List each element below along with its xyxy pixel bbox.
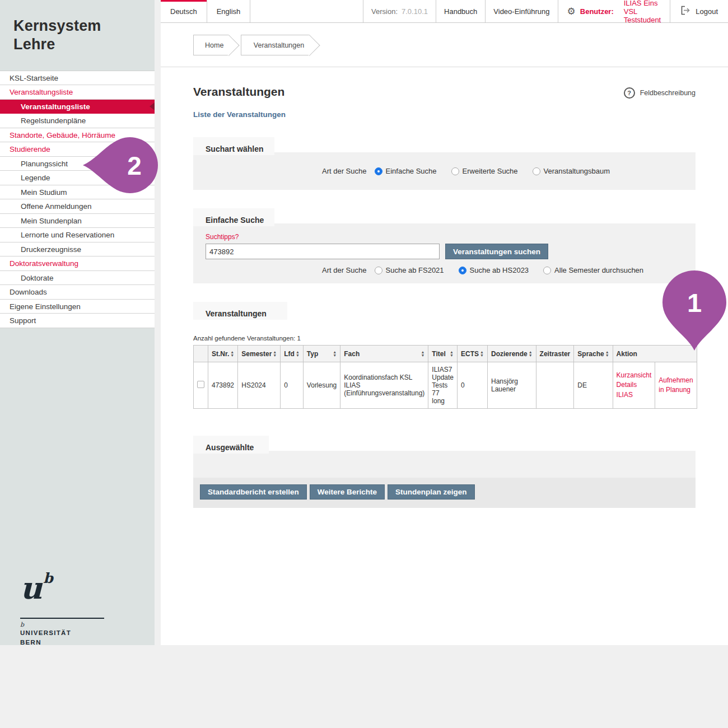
logo-small-b: b <box>20 621 104 628</box>
sort-icon[interactable]: ▲▼ <box>480 351 484 357</box>
sidebar: Kernsystem Lehre KSL-Startseite Veransta… <box>0 0 155 645</box>
callout-number-1: 1 <box>687 288 702 318</box>
logo-b-glyph: b <box>43 570 53 586</box>
benutzer-label: Benutzer: <box>580 7 614 16</box>
sort-icon[interactable]: ▲▼ <box>450 351 454 357</box>
section-veranstaltungen: Veranstaltungen Anzahl gefundene Veranst… <box>193 302 696 409</box>
handbuch-link[interactable]: Handbuch <box>436 0 486 22</box>
search-type-label: Art der Suche <box>322 167 367 175</box>
section-title-ausgewaehlte: Ausgewählte <box>193 436 269 454</box>
sidebar-item-doktoratsverwaltung[interactable]: Doktoratsverwaltung <box>0 256 155 271</box>
sidebar-item-offene-anmeldungen[interactable]: Offene Anmeldungen <box>0 199 155 214</box>
logout-button[interactable]: Logout <box>670 0 728 22</box>
report-button-bar: Standardbericht erstellen Weitere Berich… <box>193 478 696 508</box>
callout-pin-1: 1 <box>661 270 728 354</box>
sidebar-item-doktorate[interactable]: Doktorate <box>0 271 155 286</box>
sidebar-item-mein-stundenplan[interactable]: Mein Stundenplan <box>0 214 155 228</box>
app-title-line2: Lehre <box>13 35 143 54</box>
search-type-radio-group: Art der Suche Einfache Suche Erweiterte … <box>322 167 624 175</box>
sidebar-item-druckerzeugnisse[interactable]: Druckerzeugnisse <box>0 242 155 257</box>
semester-filter-label: Art der Suche <box>322 266 367 274</box>
kurzansicht-link[interactable]: Kurzansicht <box>617 371 652 380</box>
veranstaltungen-suchen-button[interactable]: Veranstaltungen suchen <box>445 244 548 259</box>
results-table: St.Nr.▲▼ Semester▲▼ Lfd▲▼ Typ▲▼ Fach▲▼ T… <box>193 345 697 409</box>
sidebar-item-lernorte[interactable]: Lernorte und Reservationen <box>0 228 155 242</box>
logout-icon <box>680 6 690 17</box>
section-title-veranstaltungen: Veranstaltungen <box>193 302 287 320</box>
header-semester: Semester▲▼ <box>238 346 281 362</box>
row-checkbox[interactable] <box>197 381 204 388</box>
sort-icon[interactable]: ▲▼ <box>230 351 234 357</box>
sidebar-item-regelstundenplaene[interactable]: Regelstundenpläne <box>0 114 155 128</box>
benutzer-name: ILIAS Eins VSL Teststudent <box>624 0 661 24</box>
cell-semester: HS2024 <box>238 362 281 409</box>
row-checkbox-cell <box>194 362 208 409</box>
liste-der-veranstaltungen-link[interactable]: Liste der Veranstaltungen <box>193 110 696 119</box>
search-input[interactable] <box>206 244 440 259</box>
cell-titel: ILIAS7 Update Tests 77 long <box>428 362 458 409</box>
breadcrumb-veranstaltungen[interactable]: Veranstaltungen <box>241 35 310 55</box>
suchtipps-link[interactable]: Suchtipps? <box>206 233 696 241</box>
section-suchart-waehlen: Suchart wählen Art der Suche Einfache Su… <box>193 137 696 190</box>
header-lfd: Lfd▲▼ <box>281 346 304 362</box>
standardbericht-erstellen-button[interactable]: Standardbericht erstellen <box>200 484 307 500</box>
radio-suche-ab-hs2023[interactable]: Suche ab HS2023 <box>459 266 529 274</box>
radio-einfache-suche[interactable]: Einfache Suche <box>375 167 437 175</box>
ilias-link[interactable]: ILIAS <box>617 390 652 400</box>
sort-icon[interactable]: ▲▼ <box>605 351 609 357</box>
topbar: Deutsch English Version: 7.0.10.1 Handbu… <box>161 0 728 23</box>
cell-lfd: 0 <box>281 362 304 409</box>
language-tab-english[interactable]: English <box>207 0 251 22</box>
sidebar-item-support[interactable]: Support <box>0 314 155 328</box>
sidebar-item-veranstaltungsliste-active[interactable]: Veranstaltungsliste <box>0 100 155 114</box>
ausgewaehlte-panel <box>193 451 696 478</box>
video-einfuehrung-link[interactable]: Video-Einführung <box>486 0 558 22</box>
semester-filter-radio-group: Art der Suche Suche ab FS2021 Suche ab H… <box>322 266 696 274</box>
app-title-line1: Kernsystem <box>13 17 143 35</box>
header-stnr: St.Nr.▲▼ <box>208 346 238 362</box>
university-bern-logo: ub b UNIVERSITÄT BERN <box>20 570 104 647</box>
callout-pin-2: 2 <box>72 134 161 196</box>
cell-ects: 0 <box>458 362 488 409</box>
section-title-einfache-suche: Einfache Suche <box>193 208 274 226</box>
details-link[interactable]: Details <box>617 380 652 390</box>
sort-icon[interactable]: ▲▼ <box>529 351 533 357</box>
radio-erweiterte-suche[interactable]: Erweiterte Suche <box>451 167 518 175</box>
section-ausgewaehlte: Ausgewählte Standardbericht erstellen We… <box>193 436 696 508</box>
sort-icon[interactable]: ▲▼ <box>421 351 424 357</box>
radio-selected-icon <box>459 267 466 274</box>
cell-sprache: DE <box>574 362 613 409</box>
breadcrumb-home[interactable]: Home <box>193 35 229 55</box>
main-area: Deutsch English Version: 7.0.10.1 Handbu… <box>161 0 728 645</box>
sort-icon[interactable]: ▲▼ <box>333 351 337 357</box>
user-menu[interactable]: ⚙ Benutzer: ILIAS Eins VSL Teststudent <box>558 0 671 22</box>
aufnehmen-in-planung-link[interactable]: Aufnehmen in Planung <box>659 376 693 395</box>
sidebar-item-veranstaltungsliste-group[interactable]: Veranstaltungsliste <box>0 85 155 100</box>
page-title: Veranstaltungen <box>193 85 284 99</box>
weitere-berichte-button[interactable]: Weitere Berichte <box>310 484 385 500</box>
version-info: Version: 7.0.10.1 <box>363 0 436 22</box>
section-einfache-suche: Einfache Suche Suchtipps? Veranstaltunge… <box>193 208 696 283</box>
question-icon: ? <box>624 87 635 99</box>
sidebar-item-ksl-startseite[interactable]: KSL-Startseite <box>0 71 155 86</box>
stundenplan-zeigen-button[interactable]: Stundenplan zeigen <box>388 484 475 500</box>
sidebar-item-eigene-einstellungen[interactable]: Eigene Einstellungen <box>0 300 155 314</box>
logo-university-text: UNIVERSITÄT <box>20 628 104 638</box>
feldbeschreibung-link[interactable]: ? Feldbeschreibung <box>624 87 696 99</box>
cell-fach: Koordinationsfach KSL ILIAS (Einführungs… <box>340 362 428 409</box>
sort-icon[interactable]: ▲▼ <box>296 351 300 357</box>
cell-aufnehmen-in-planung: Aufnehmen in Planung <box>655 362 697 409</box>
result-count: Anzahl gefundene Veranstaltungen: 1 <box>193 335 696 342</box>
header-checkbox-cell <box>194 346 208 362</box>
sort-icon[interactable]: ▲▼ <box>273 351 277 357</box>
radio-icon <box>543 267 551 274</box>
page-content: Veranstaltungen ? Feldbeschreibung Liste… <box>161 67 728 508</box>
header-dozierende: Dozierende▲▼ <box>487 346 536 362</box>
radio-alle-semester[interactable]: Alle Semester durchsuchen <box>543 266 643 274</box>
header-ects: ECTS▲▼ <box>458 346 488 362</box>
sidebar-item-downloads[interactable]: Downloads <box>0 285 155 300</box>
language-tab-deutsch[interactable]: Deutsch <box>161 0 207 22</box>
radio-suche-ab-fs2021[interactable]: Suche ab FS2021 <box>375 266 444 274</box>
app-title: Kernsystem Lehre <box>0 0 155 54</box>
radio-veranstaltungsbaum[interactable]: Veranstaltungsbaum <box>533 167 610 175</box>
